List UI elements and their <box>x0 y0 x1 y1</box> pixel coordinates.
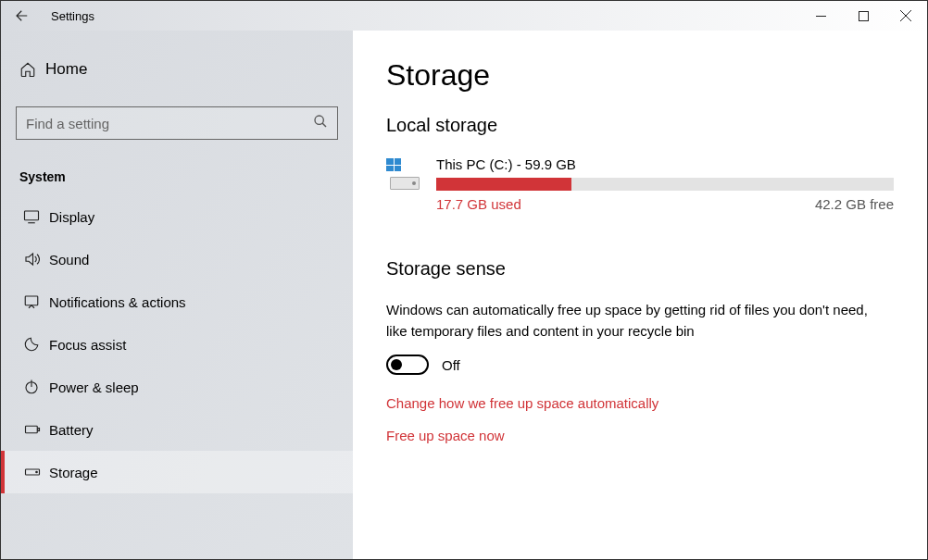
sidebar-item-battery[interactable]: Battery <box>1 408 353 451</box>
sound-icon <box>23 251 49 268</box>
usage-bar <box>436 178 894 191</box>
search-input[interactable] <box>26 116 313 131</box>
notifications-icon <box>23 293 49 310</box>
svg-point-4 <box>315 116 323 124</box>
home-label: Home <box>45 60 87 79</box>
storage-sense-description: Windows can automatically free up space … <box>386 300 868 342</box>
search-icon <box>313 114 328 132</box>
main-content: Storage Local storage This PC (C:) - 59.… <box>353 31 927 559</box>
disk-free: 42.2 GB free <box>815 196 894 212</box>
svg-point-14 <box>36 471 38 473</box>
sidebar-item-label: Battery <box>49 422 94 438</box>
storage-sense-heading: Storage sense <box>386 258 894 280</box>
focus-assist-icon <box>23 336 49 353</box>
battery-icon <box>23 421 49 438</box>
sidebar-item-label: Notifications & actions <box>49 294 186 310</box>
minimize-button[interactable] <box>799 1 842 31</box>
svg-rect-12 <box>38 429 40 431</box>
storage-sense-toggle[interactable] <box>386 355 429 375</box>
sidebar-item-sound[interactable]: Sound <box>1 238 353 280</box>
sidebar-item-notifications[interactable]: Notifications & actions <box>1 280 353 323</box>
power-icon <box>23 379 49 395</box>
toggle-label: Off <box>442 357 460 373</box>
section-label: System <box>1 162 353 195</box>
disk-icon <box>386 158 423 192</box>
sidebar: Home System Display Sound Notifications … <box>1 31 353 559</box>
svg-rect-1 <box>859 11 868 20</box>
page-title: Storage <box>386 58 894 93</box>
usage-bar-fill <box>436 178 571 191</box>
storage-icon <box>23 464 49 480</box>
sidebar-item-label: Display <box>49 209 94 225</box>
svg-line-5 <box>322 123 326 127</box>
disk-used: 17.7 GB used <box>436 196 521 212</box>
display-icon <box>23 208 49 225</box>
titlebar: Settings <box>1 1 927 31</box>
sidebar-item-label: Power & sleep <box>49 380 139 395</box>
window-title: Settings <box>44 9 94 23</box>
svg-rect-8 <box>25 296 38 305</box>
sidebar-item-storage[interactable]: Storage <box>1 451 353 493</box>
home-icon <box>19 61 45 78</box>
local-storage-heading: Local storage <box>386 115 894 136</box>
link-change-freeup[interactable]: Change how we free up space automaticall… <box>386 395 894 411</box>
sidebar-item-label: Sound <box>49 252 89 268</box>
close-button[interactable] <box>884 1 927 31</box>
sidebar-item-power-sleep[interactable]: Power & sleep <box>1 366 353 408</box>
disk-name: This PC (C:) - 59.9 GB <box>436 156 894 172</box>
svg-rect-11 <box>26 426 38 433</box>
link-freeup-now[interactable]: Free up space now <box>386 428 894 443</box>
home-nav[interactable]: Home <box>1 49 353 90</box>
sidebar-item-display[interactable]: Display <box>1 195 353 238</box>
search-box[interactable] <box>16 106 338 140</box>
svg-rect-6 <box>25 211 39 220</box>
disk-info: This PC (C:) - 59.9 GB 17.7 GB used 42.2… <box>436 156 894 212</box>
sidebar-item-label: Focus assist <box>49 337 126 353</box>
sidebar-item-label: Storage <box>49 465 98 480</box>
maximize-button[interactable] <box>842 1 884 31</box>
disk-row[interactable]: This PC (C:) - 59.9 GB 17.7 GB used 42.2… <box>386 156 894 212</box>
back-button[interactable] <box>1 1 44 31</box>
sidebar-item-focus-assist[interactable]: Focus assist <box>1 323 353 366</box>
